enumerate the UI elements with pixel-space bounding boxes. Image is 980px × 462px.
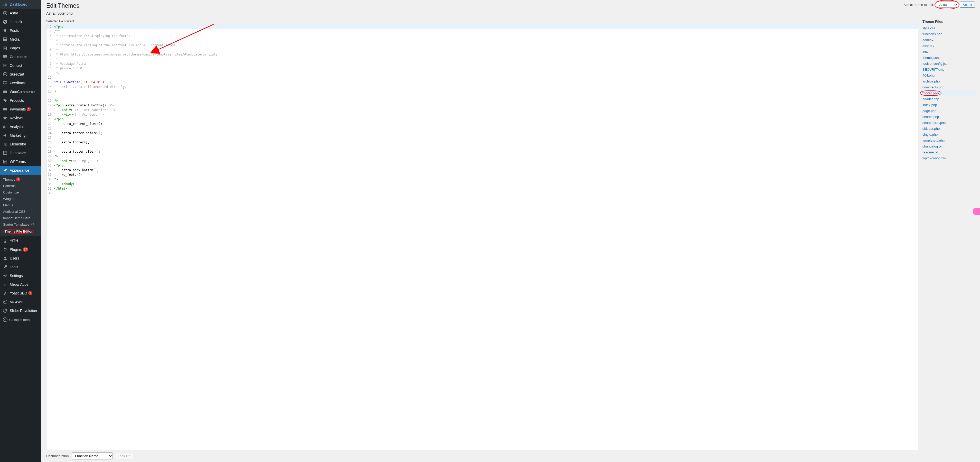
code-line[interactable]: 12 (46, 75, 918, 80)
sidebar-item-settings[interactable]: Settings (0, 271, 41, 280)
sidebar-item-products[interactable]: Products (0, 96, 41, 105)
code-line[interactable]: 19 </div> <!-- ast-container --> (46, 108, 918, 112)
sidebar-item-meow-apps[interactable]: -MMeow Apps (0, 280, 41, 289)
code-line[interactable]: 25 (46, 135, 918, 140)
code-line[interactable]: 26 astra_footer(); (46, 140, 918, 145)
submenu-item-themes[interactable]: Themes1 (0, 176, 41, 183)
submenu-item-starter-templates[interactable]: Starter Templates (0, 221, 41, 228)
theme-file-comments-php[interactable]: comments.php (923, 84, 975, 90)
theme-file-index-php[interactable]: index.php (923, 102, 975, 108)
code-line[interactable]: 15} (46, 89, 918, 94)
code-line[interactable]: 28 astra_footer_after(); (46, 149, 918, 154)
sidebar-item-media[interactable]: Media (0, 35, 41, 44)
theme-file-sidebar-php[interactable]: sidebar.php (923, 126, 975, 132)
theme-file-admin[interactable]: admin (923, 37, 975, 43)
sidebar-item-analytics[interactable]: Analytics (0, 122, 41, 131)
theme-file-SECURITY-md[interactable]: SECURITY.md (923, 67, 975, 72)
theme-file-searchform-php[interactable]: searchform.php (923, 120, 975, 126)
sidebar-item-elementor[interactable]: Elementor (0, 140, 41, 148)
submenu-item-additional-css[interactable]: Additional CSS (0, 209, 41, 215)
theme-file-wpml-config-xml[interactable]: wpml-config.xml (923, 155, 975, 161)
code-line[interactable]: 7 * @link https://developer.wordpress.or… (46, 52, 918, 57)
submenu-item-patterns[interactable]: Patterns (0, 183, 41, 189)
sidebar-item-appearance[interactable]: Appearance (0, 166, 41, 175)
theme-file-header-php[interactable]: header.php (923, 96, 975, 102)
sidebar-item-jetpack[interactable]: Jetpack (0, 18, 41, 26)
code-line[interactable]: 20 </div><!-- #content --> (46, 112, 918, 117)
theme-file-search-php[interactable]: search.php (923, 114, 975, 120)
submenu-item-widgets[interactable]: Widgets (0, 196, 41, 202)
code-line[interactable]: 30 </div><!-- #page --> (46, 159, 918, 163)
theme-file-assets[interactable]: assets (923, 43, 975, 49)
theme-file-changelog-txt[interactable]: changelog.txt (923, 143, 975, 149)
code-line[interactable]: 16 (46, 94, 918, 99)
code-line[interactable]: 13if ( ! defined( 'ABSPATH' ) ) { (46, 80, 918, 84)
code-line[interactable]: 5 * Contains the closing of the #content… (46, 43, 918, 48)
submenu-item-theme-file-editor[interactable]: Theme File Editor (0, 228, 41, 235)
sidebar-item-comments[interactable]: Comments (0, 53, 41, 61)
submenu-item-menus[interactable]: Menus (0, 202, 41, 209)
theme-file-archive-php[interactable]: archive.php (923, 78, 975, 84)
sidebar-item-yoast-seo[interactable]: Yoast SEO2 (0, 289, 41, 298)
code-line[interactable]: 4 * (46, 38, 918, 43)
code-line[interactable]: 2/** (46, 29, 918, 33)
code-editor[interactable]: 1<?php2/**3 * The template for displayin… (46, 24, 918, 450)
sidebar-item-templates[interactable]: Templates (0, 148, 41, 157)
sidebar-item-payments[interactable]: Payments1 (0, 105, 41, 113)
sidebar-item-surecart[interactable]: SureCart (0, 70, 41, 79)
sidebar-item-tools[interactable]: Tools (0, 263, 41, 271)
sidebar-item-plugins[interactable]: Plugins17 (0, 245, 41, 254)
select-theme-button[interactable]: Select (960, 2, 975, 8)
sidebar-item-mc4wp[interactable]: MC4WP (0, 298, 41, 306)
code-line[interactable]: 17?> (46, 99, 918, 103)
sidebar-item-contact[interactable]: Contact (0, 61, 41, 70)
code-line[interactable]: 34?> (46, 177, 918, 182)
code-line[interactable]: 21<?php (46, 117, 918, 121)
code-line[interactable]: 11 */ (46, 71, 918, 75)
code-line[interactable]: 23 (46, 126, 918, 131)
code-line[interactable]: 14 exit; // Exit if accessed directly. (46, 84, 918, 89)
float-badge-icon[interactable] (973, 208, 980, 215)
code-line[interactable]: 36</html> (46, 186, 918, 191)
sidebar-item-feedback[interactable]: Feedback (0, 79, 41, 88)
theme-file-functions-php[interactable]: functions.php (923, 31, 975, 37)
sidebar-item-marketing[interactable]: Marketing (0, 131, 41, 140)
code-line[interactable]: 1<?php (46, 24, 918, 29)
theme-file-toolset-config-json[interactable]: toolset-config.json (923, 61, 975, 67)
code-line[interactable]: 10 * @since 1.0.0 (46, 66, 918, 71)
code-line[interactable]: 27 (46, 145, 918, 149)
sidebar-item-astra[interactable]: Astra (0, 9, 41, 18)
theme-file-template-parts[interactable]: template-parts (923, 137, 975, 143)
documentation-select[interactable]: Function Name... (72, 452, 113, 459)
code-line[interactable]: 24 astra_footer_before(); (46, 131, 918, 135)
code-line[interactable]: 9 * @package Astra (46, 61, 918, 66)
collapse-menu-button[interactable]: Collapse menu (0, 315, 41, 324)
code-line[interactable]: 32 astra_body_bottom(); (46, 168, 918, 172)
sidebar-item-yith[interactable]: YITH (0, 236, 41, 245)
theme-file-style-css[interactable]: style.css (923, 25, 975, 31)
code-line[interactable]: 18<?php astra_content_bottom(); ?> (46, 103, 918, 108)
theme-file-readme-txt[interactable]: readme.txt (923, 149, 975, 155)
code-line[interactable]: 33 wp_footer(); (46, 172, 918, 177)
sidebar-item-reviews[interactable]: Reviews (0, 113, 41, 122)
sidebar-item-pages[interactable]: Pages (0, 44, 41, 53)
theme-file-single-php[interactable]: single.php (923, 132, 975, 137)
theme-file-theme-json[interactable]: theme.json (923, 55, 975, 61)
code-line[interactable]: 29?> (46, 154, 918, 159)
code-line[interactable]: 3 * The template for displaying the foot… (46, 33, 918, 38)
lookup-button[interactable]: Look Up (115, 453, 133, 459)
sidebar-item-wpforms[interactable]: WPForms (0, 157, 41, 166)
code-line[interactable]: 6 * (46, 48, 918, 52)
code-line[interactable]: 22 astra_content_after(); (46, 121, 918, 126)
code-line[interactable]: 31<?php (46, 163, 918, 168)
code-line[interactable]: 8 * (46, 57, 918, 61)
submenu-item-import-demo-data[interactable]: Import Demo Data (0, 215, 41, 221)
theme-file-inc[interactable]: inc (923, 49, 975, 55)
theme-file-footer-php[interactable]: footer.php (921, 90, 975, 96)
sidebar-item-woocommerce[interactable]: WooCommerce (0, 88, 41, 96)
sidebar-item-slider-revolution[interactable]: Slider Revolution (0, 306, 41, 315)
theme-file-page-php[interactable]: page.php (923, 108, 975, 114)
code-line[interactable]: 37 (46, 191, 918, 196)
sidebar-item-posts[interactable]: Posts (0, 26, 41, 35)
theme-select[interactable]: Astra (936, 2, 958, 8)
